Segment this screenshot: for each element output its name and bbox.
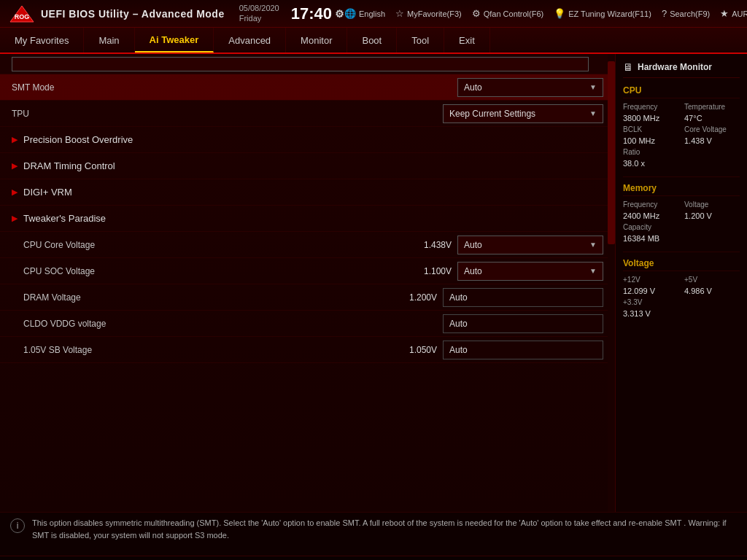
dram-timing-label: DRAM Timing Control <box>23 160 603 171</box>
hw-mem-volt-value: 1.200 V <box>684 211 740 220</box>
smt-mode-label: SMT Mode <box>12 82 457 93</box>
tpu-dropdown[interactable]: Keep Current Settings ▼ <box>443 104 603 123</box>
cpu-soc-voltage-value: 1.100V <box>408 266 452 276</box>
dram-voltage-dropdown[interactable]: Auto <box>443 288 603 307</box>
nav-monitor[interactable]: Monitor <box>286 28 347 52</box>
sb-voltage-label: 1.05V SB Voltage <box>12 345 393 355</box>
dram-timing-collapse-icon: ▶ <box>12 161 18 171</box>
nav-main[interactable]: Main <box>84 28 134 52</box>
nav-advanced[interactable]: Advanced <box>214 28 286 52</box>
hw-cpu-section: CPU Frequency Temperature 3800 MHz 47°C … <box>623 85 740 168</box>
qfan-label: Qfan Control(F6) <box>484 9 544 18</box>
tpu-dropdown-arrow-icon: ▼ <box>589 109 597 117</box>
search-label: Search(F9) <box>670 9 710 18</box>
tool-aura[interactable]: ★AURA ON/OFF(F4) <box>720 8 747 19</box>
smt-dropdown-arrow-icon: ▼ <box>589 83 597 91</box>
hw-monitor-title: Hardware Monitor <box>638 62 712 72</box>
digi-vrm-row[interactable]: ▶ DIGI+ VRM <box>0 179 615 206</box>
hw-voltage-section: Voltage +12V +5V 12.099 V 4.986 V +3.3V … <box>623 258 740 318</box>
tpu-label: TPU <box>12 109 443 119</box>
hw-mem-volt-label: Voltage <box>684 201 740 209</box>
tool-eztuning[interactable]: 💡EZ Tuning Wizard(F11) <box>554 8 651 19</box>
settings-icon[interactable]: ⚙ <box>335 8 344 20</box>
globe-icon: 🌐 <box>344 8 356 19</box>
precision-collapse-icon: ▶ <box>12 135 18 144</box>
hw-memory-grid: Frequency Voltage 2400 MHz 1.200 V Capac… <box>623 201 740 243</box>
header-tools: 🌐English ☆MyFavorite(F3) ⚙Qfan Control(F… <box>344 8 747 19</box>
dram-voltage-value: 1.200V <box>393 292 437 303</box>
hw-voltage-grid: +12V +5V 12.099 V 4.986 V +3.3V 3.313 V <box>623 276 740 318</box>
hw-12v-label: +12V <box>623 276 678 284</box>
nav-boot[interactable]: Boot <box>347 28 397 52</box>
tweakers-paradise-label: Tweaker's Paradise <box>23 213 603 224</box>
datetime-display: 05/08/2020Friday <box>239 4 279 23</box>
wizard-icon: 💡 <box>554 8 565 19</box>
tweakers-paradise-row[interactable]: ▶ Tweaker's Paradise <box>0 206 615 232</box>
nav-ai-tweaker[interactable]: Ai Tweaker <box>135 28 214 52</box>
header: ROG UEFI BIOS Utility – Advanced Mode 05… <box>0 0 747 28</box>
hw-cpu-title: CPU <box>623 85 740 98</box>
monitor-icon: 🖥 <box>623 61 633 73</box>
hw-cpu-bclk-label: BCLK <box>623 125 678 133</box>
hw-memory-title: Memory <box>623 183 740 196</box>
cldo-vddg-dropdown[interactable]: Auto <box>443 314 603 333</box>
top-scroll-dropdown <box>12 57 589 71</box>
favorite-icon: ☆ <box>395 8 404 19</box>
time-value: 17:40 <box>291 4 332 23</box>
eztuning-label: EZ Tuning Wizard(F11) <box>568 9 651 18</box>
scrollbar-thumb[interactable] <box>608 61 615 244</box>
fan-icon: ⚙ <box>472 8 481 19</box>
hw-cpu-ratio-value: 38.0 x <box>623 159 678 168</box>
svg-text:ROG: ROG <box>15 13 30 20</box>
header-title: UEFI BIOS Utility – Advanced Mode <box>41 8 225 20</box>
info-icon: i <box>10 518 25 533</box>
dram-voltage-label: DRAM Voltage <box>12 292 393 303</box>
info-text: This option disables symmetric multithre… <box>32 517 737 541</box>
hw-33v-spacer <box>684 298 740 306</box>
hw-mem-cap-value: 16384 MB <box>623 234 678 243</box>
cpu-core-dropdown-arrow-icon: ▼ <box>589 241 597 249</box>
nav-my-favorites[interactable]: My Favorites <box>0 28 84 52</box>
tool-english[interactable]: 🌐English <box>344 8 385 19</box>
clock-display: 17:40 ⚙ <box>291 4 344 23</box>
smt-mode-dropdown[interactable]: Auto ▼ <box>457 78 603 97</box>
tool-search[interactable]: ?Search(F9) <box>662 8 710 19</box>
top-scroll-item <box>0 54 615 74</box>
cldo-vddg-label: CLDO VDDG voltage <box>12 319 393 329</box>
aura-label: AURA ON/OFF(F4) <box>732 9 747 18</box>
hw-cpu-core-v-value: 1.438 V <box>684 136 740 145</box>
footer: Version 2.17.1246. Copyright (C) 2019 Am… <box>0 556 747 560</box>
hw-5v-value: 4.986 V <box>684 287 740 295</box>
sb-voltage-value: 1.050V <box>393 345 437 355</box>
hw-cpu-grid: Frequency Temperature 3800 MHz 47°C BCLK… <box>623 103 740 168</box>
hw-cpu-temp-value: 47°C <box>684 114 740 122</box>
header-logo: ROG UEFI BIOS Utility – Advanced Mode <box>9 4 239 23</box>
tpu-row: TPU Keep Current Settings ▼ <box>0 101 615 127</box>
rog-logo-icon: ROG <box>9 4 35 23</box>
precision-boost-row[interactable]: ▶ Precision Boost Overdrive <box>0 127 615 153</box>
precision-boost-label: Precision Boost Overdrive <box>23 134 603 145</box>
hw-mem-cap-label: Capacity <box>623 223 678 231</box>
smt-mode-value: Auto <box>464 82 482 93</box>
nav-tool[interactable]: Tool <box>397 28 444 52</box>
cpu-soc-voltage-dropdown[interactable]: Auto ▼ <box>457 262 603 281</box>
tpu-value: Keep Current Settings <box>449 109 535 119</box>
hw-mem-freq-value: 2400 MHz <box>623 211 678 220</box>
hw-cpu-freq-label: Frequency <box>623 103 678 111</box>
hw-33v-value: 3.313 V <box>623 309 678 318</box>
tool-qfan[interactable]: ⚙Qfan Control(F6) <box>472 8 544 19</box>
smt-mode-row: SMT Mode Auto ▼ <box>0 74 615 101</box>
search-icon: ? <box>662 8 667 19</box>
info-bar: i This option disables symmetric multith… <box>0 512 747 556</box>
settings-wrapper: SMT Mode Auto ▼ TPU Keep Current Setting… <box>0 54 615 512</box>
scrollbar-track[interactable] <box>608 54 615 512</box>
nav-exit[interactable]: Exit <box>444 28 490 52</box>
cpu-core-voltage-dropdown[interactable]: Auto ▼ <box>457 236 603 254</box>
hw-5v-label: +5V <box>684 276 740 284</box>
hw-cpu-bclk-value: 100 MHz <box>623 136 678 145</box>
nav-bar: My Favorites Main Ai Tweaker Advanced Mo… <box>0 28 747 54</box>
dram-timing-row[interactable]: ▶ DRAM Timing Control <box>0 153 615 179</box>
cldo-vddg-dropdown-val: Auto <box>449 319 468 329</box>
sb-voltage-dropdown[interactable]: Auto <box>443 341 603 359</box>
tool-myfavorite[interactable]: ☆MyFavorite(F3) <box>395 8 462 19</box>
